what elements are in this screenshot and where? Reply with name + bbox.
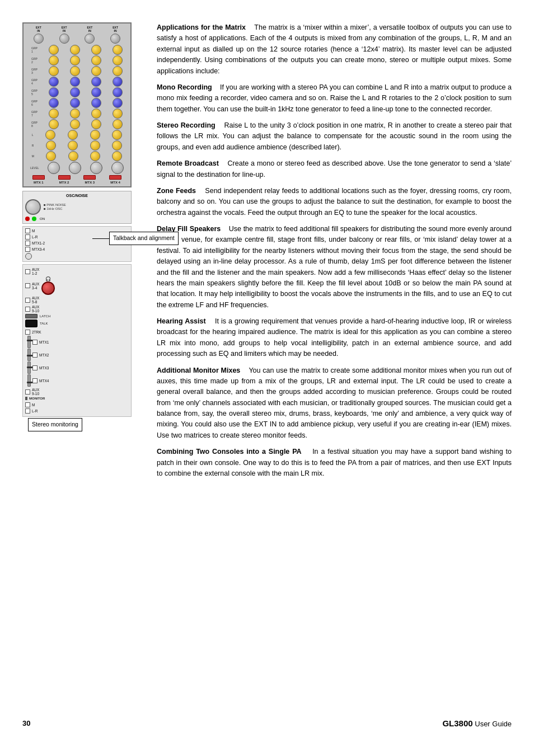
knob-ext-3[interactable]	[85, 34, 95, 44]
route-mtx34-checkbox[interactable]	[25, 247, 30, 252]
knob-grp2-2[interactable]	[70, 55, 80, 65]
monitor-knob[interactable]	[41, 281, 55, 295]
knob-R-3[interactable]	[90, 140, 100, 151]
knob-grp8-1[interactable]	[49, 119, 59, 129]
knob-level-3[interactable]	[90, 162, 102, 174]
knob-L-3[interactable]	[90, 130, 100, 140]
latch-btn[interactable]	[25, 314, 38, 318]
knob-M-4[interactable]	[112, 151, 122, 161]
knob-grp8-4[interactable]	[113, 119, 123, 129]
mtx3-mon-checkbox[interactable]	[32, 365, 38, 370]
route-mtx34: MTX3-4	[25, 247, 129, 252]
combining-section: Combining Two Consoles into a Single PA …	[157, 447, 512, 479]
applications-title: Applications for the Matrix	[157, 24, 246, 31]
stereo-section: Stereo Recording Raise L to the unity 3 …	[157, 120, 512, 153]
knob-grp6-2[interactable]	[70, 98, 80, 108]
latch-label: LATCH	[40, 314, 50, 318]
knob-grp1-2[interactable]	[70, 45, 80, 55]
knob-grp1-3[interactable]	[91, 45, 101, 55]
knob-grp1-4[interactable]	[113, 45, 123, 55]
knob-L-1[interactable]	[45, 130, 55, 140]
2trk-checkbox[interactable]	[25, 330, 30, 335]
knob-level-4[interactable]	[111, 162, 124, 174]
knob-grp6-4[interactable]	[113, 98, 123, 108]
mute-btn-2[interactable]	[58, 175, 71, 180]
zone-body: Send independent relay feeds to addition…	[157, 187, 512, 217]
knob-grp4-4[interactable]	[113, 77, 123, 87]
knob-M-1[interactable]	[46, 151, 56, 161]
on-label: ON	[40, 217, 45, 220]
knob-grp4-3[interactable]	[91, 77, 101, 87]
knob-R-4[interactable]	[112, 140, 122, 151]
knob-grp3-1[interactable]	[49, 66, 59, 76]
knob-grp7-3[interactable]	[91, 109, 101, 119]
applications-section: Applications for the Matrix The matrix i…	[157, 22, 512, 77]
knob-R-2[interactable]	[68, 140, 78, 151]
knob-grp7-4[interactable]	[113, 109, 123, 119]
knob-grp7-1[interactable]	[49, 109, 59, 119]
knob-level-2[interactable]	[69, 162, 81, 174]
mtx1-mon-checkbox[interactable]	[32, 340, 38, 345]
aux34-checkbox[interactable]	[25, 283, 30, 288]
route-mtx12-checkbox[interactable]	[25, 241, 30, 246]
knob-grp6-1[interactable]	[49, 98, 59, 108]
delay-section: Delay Fill Speakers Use the matrix to fe…	[157, 224, 512, 311]
knob-M-3[interactable]	[90, 151, 100, 161]
mtx4-mon-checkbox[interactable]	[32, 378, 38, 383]
knob-grp7-2[interactable]	[70, 109, 80, 119]
combining-title: Combining Two Consoles into a Single PA	[157, 448, 302, 456]
aux34-label: AUX3-4	[32, 282, 39, 290]
osc-title: OSC/NOISE	[25, 194, 129, 198]
2trk-label: 2TRK	[32, 330, 41, 334]
knob-grp6-3[interactable]	[91, 98, 101, 108]
monitor-footer-label: MONITOR	[29, 397, 45, 400]
mtx3-mon-row: MTX3	[27, 361, 129, 374]
knob-grp4-2[interactable]	[70, 77, 80, 87]
aux910-checkbox[interactable]	[25, 307, 30, 312]
knob-grp2-4[interactable]	[113, 55, 123, 65]
knob-grp5-2[interactable]	[70, 87, 80, 97]
knob-level-1[interactable]	[48, 162, 60, 174]
mixer-ext-label-4: EXTIN	[113, 26, 118, 32]
knob-grp4-1[interactable]	[49, 77, 59, 87]
knob-grp8-3[interactable]	[91, 119, 101, 129]
mon-m-checkbox[interactable]	[25, 402, 30, 407]
route-lr-checkbox[interactable]	[25, 234, 30, 240]
talk-label: TALK	[40, 322, 48, 325]
knob-ext-4[interactable]	[110, 34, 120, 44]
knob-grp5-1[interactable]	[49, 87, 59, 97]
knob-ext-1[interactable]	[34, 34, 44, 44]
remote-section: Remote Broadcast Create a mono or stereo…	[157, 158, 512, 180]
aux34-row: AUX3-4 🎧	[25, 276, 129, 295]
aux12-route: AUX1-2	[25, 267, 39, 275]
mute-btn-4[interactable]	[109, 175, 121, 180]
knob-grp8-2[interactable]	[70, 119, 80, 129]
mixer-panel: EXTIN EXTIN EXTIN EXTIN GRP1	[22, 22, 132, 187]
talk-btn[interactable]	[25, 320, 38, 327]
knob-grp3-3[interactable]	[91, 66, 101, 76]
knob-grp2-3[interactable]	[91, 55, 101, 65]
knob-grp1-1[interactable]	[49, 45, 59, 55]
knob-ext-2[interactable]	[59, 34, 69, 44]
aux58-checkbox[interactable]	[25, 298, 30, 303]
mon-lr-checkbox[interactable]	[25, 408, 30, 414]
knob-grp2-1[interactable]	[49, 55, 59, 65]
aux910-mon-label: AUX9-10	[32, 388, 39, 396]
knob-grp3-2[interactable]	[70, 66, 80, 76]
additional-title: Additional Monitor Mixes	[157, 367, 240, 374]
knob-L-4[interactable]	[112, 130, 122, 140]
knob-L-2[interactable]	[68, 130, 78, 140]
knob-grp5-3[interactable]	[91, 87, 101, 97]
mute-btn-1[interactable]	[32, 175, 45, 180]
knob-R-1[interactable]	[46, 140, 56, 151]
osc-knob[interactable]	[25, 199, 41, 215]
route-m-checkbox[interactable]	[25, 228, 30, 233]
knob-grp5-4[interactable]	[113, 87, 123, 97]
mtx2-mon-checkbox[interactable]	[32, 353, 38, 358]
mtx1-mon-label: MTX1	[39, 340, 49, 344]
knob-M-2[interactable]	[68, 151, 78, 161]
aux12-checkbox[interactable]	[25, 269, 30, 274]
aux910-mon-checkbox[interactable]	[25, 389, 30, 395]
mute-btn-3[interactable]	[83, 175, 96, 180]
knob-grp3-4[interactable]	[113, 66, 123, 76]
